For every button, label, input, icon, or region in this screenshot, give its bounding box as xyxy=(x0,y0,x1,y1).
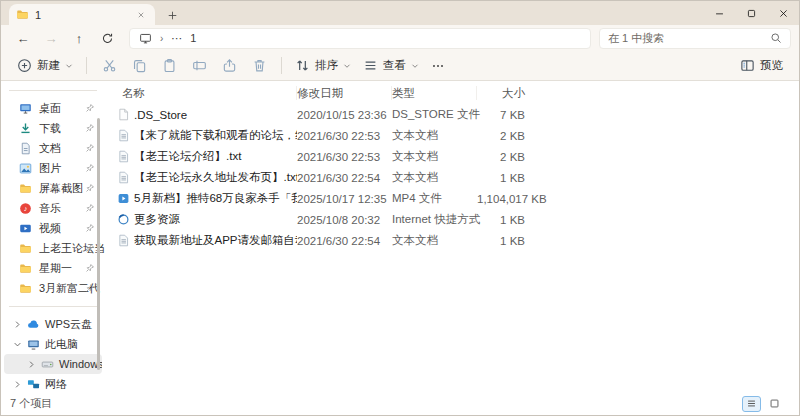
sidebar-pinned-list: 桌面 下载 文档 图片 屏幕截图 音乐 视频 上老王论坛当 星期一 3月新富二代 xyxy=(1,98,105,298)
more-button[interactable] xyxy=(425,54,451,78)
file-name: .DS_Store xyxy=(134,109,297,121)
file-row[interactable]: 【来了就能下载和观看的论坛，纯免费！】.txt 2021/6/30 22:53 … xyxy=(105,125,799,146)
chevron-icon[interactable] xyxy=(13,340,22,349)
sidebar-pinned-item[interactable]: 下载 xyxy=(1,118,105,138)
delete-icon xyxy=(252,58,267,73)
cut-button[interactable] xyxy=(94,54,124,78)
column-header-date[interactable]: 修改日期 xyxy=(297,86,392,100)
status-bar: 7 个项目 xyxy=(1,392,799,415)
file-size: 2 KB xyxy=(477,151,525,163)
delete-button[interactable] xyxy=(244,54,274,78)
column-header-type[interactable]: 类型 xyxy=(392,86,477,100)
sidebar-pinned-item[interactable]: 桌面 xyxy=(1,98,105,118)
file-date: 2021/6/30 22:54 xyxy=(297,172,392,184)
file-icon xyxy=(117,107,134,122)
close-button[interactable] xyxy=(767,1,799,25)
list-view-icon xyxy=(746,398,757,409)
sidebar-pinned-item[interactable]: 音乐 xyxy=(1,198,105,218)
search-input[interactable] xyxy=(608,32,770,44)
sidebar-pinned-item[interactable]: 文档 xyxy=(1,138,105,158)
sidebar-scrollbar[interactable] xyxy=(97,118,100,370)
pin-icon xyxy=(85,203,95,213)
up-button[interactable]: ↑ xyxy=(65,27,93,49)
file-size: 1 KB xyxy=(477,214,525,226)
sidebar-item-icon xyxy=(19,142,32,155)
chevron-icon[interactable] xyxy=(13,320,22,329)
sidebar-item-icon xyxy=(19,122,32,135)
column-header-name[interactable]: 名称 xyxy=(122,86,297,100)
file-type: 文本文档 xyxy=(392,149,477,164)
sidebar-tree-item[interactable]: WPS云盘 xyxy=(4,314,102,334)
sidebar-item-label: 上老王论坛当 xyxy=(39,241,105,256)
file-row[interactable]: 更多资源 2025/10/8 20:32 Internet 快捷方式 1 KB xyxy=(105,209,799,230)
file-row[interactable]: 获取最新地址及APP请发邮箱自动获取.txt 2021/6/30 22:54 文… xyxy=(105,230,799,251)
sidebar-pinned-item[interactable]: 屏幕截图 xyxy=(1,178,105,198)
copy-button[interactable] xyxy=(124,54,154,78)
tab-close-icon[interactable] xyxy=(134,8,148,22)
sidebar-pinned-item[interactable]: 图片 xyxy=(1,158,105,178)
tab[interactable]: 1 xyxy=(9,4,155,25)
refresh-button[interactable] xyxy=(93,27,121,49)
chevron-icon[interactable] xyxy=(13,380,22,389)
file-icon xyxy=(117,149,134,164)
new-tab-button[interactable] xyxy=(161,5,183,25)
pin-icon xyxy=(85,263,95,273)
sidebar-separator xyxy=(9,90,97,91)
minimize-icon xyxy=(714,8,725,19)
new-button[interactable]: 新建 xyxy=(11,54,79,78)
pin-icon xyxy=(85,123,95,133)
file-row[interactable]: 【老王论坛永久地址发布页】.txt 2021/6/30 22:54 文本文档 1… xyxy=(105,167,799,188)
sidebar-item-label: WPS云盘 xyxy=(45,317,92,332)
file-row[interactable]: 【老王论坛介绍】.txt 2021/6/30 22:53 文本文档 2 KB xyxy=(105,146,799,167)
file-size: 1,104,017 KB xyxy=(477,193,525,205)
sidebar-pinned-item[interactable]: 3月新富二代 xyxy=(1,278,105,298)
thumbnail-view-toggle[interactable] xyxy=(765,396,784,412)
sidebar-item-icon xyxy=(19,162,32,175)
file-row[interactable]: .DS_Store 2020/10/15 23:36 DS_STORE 文件 7… xyxy=(105,104,799,125)
sidebar-pinned-item[interactable]: 上老王论坛当 xyxy=(1,238,105,258)
breadcrumb-collapsed[interactable]: ⋯ xyxy=(171,32,182,45)
chevron-icon[interactable] xyxy=(27,360,36,369)
column-header-size[interactable]: 大小 xyxy=(477,86,525,100)
share-button[interactable] xyxy=(214,54,244,78)
sort-button[interactable]: 排序 xyxy=(289,54,357,78)
search-box[interactable] xyxy=(599,28,791,49)
forward-button[interactable]: → xyxy=(37,27,65,49)
sidebar-tree-item[interactable]: 网络 xyxy=(4,374,102,394)
back-button[interactable]: ← xyxy=(9,27,37,49)
file-size: 1 KB xyxy=(477,235,525,247)
maximize-button[interactable] xyxy=(735,1,767,25)
rename-button[interactable] xyxy=(184,54,214,78)
preview-label: 预览 xyxy=(760,58,783,73)
paste-icon xyxy=(162,58,177,73)
list-view-toggle[interactable] xyxy=(742,396,761,412)
sidebar-pinned-item[interactable]: 星期一 xyxy=(1,258,105,278)
file-name: 5月新档】推特68万良家杀手「我的脸好长」母... xyxy=(134,191,297,206)
file-type: DS_STORE 文件 xyxy=(392,107,477,122)
file-type: 文本文档 xyxy=(392,128,477,143)
new-label: 新建 xyxy=(37,58,60,73)
sidebar-item-icon xyxy=(19,262,32,275)
file-date: 2021/6/30 22:53 xyxy=(297,151,392,163)
maximize-icon xyxy=(746,8,757,19)
paste-button[interactable] xyxy=(154,54,184,78)
minimize-button[interactable] xyxy=(703,1,735,25)
sidebar-tree-item[interactable]: Windows-SSD xyxy=(4,354,102,374)
address-bar[interactable]: › ⋯ 1 xyxy=(129,28,591,49)
sidebar-tree-item[interactable]: 此电脑 xyxy=(4,334,102,354)
view-label: 查看 xyxy=(383,58,406,73)
file-row[interactable]: 5月新档】推特68万良家杀手「我的脸好长」母... 2025/10/17 12:… xyxy=(105,188,799,209)
view-toggles xyxy=(742,396,784,412)
toolbar: 新建 排序 查看 预览 xyxy=(1,51,799,81)
preview-button[interactable]: 预览 xyxy=(734,54,789,78)
file-list: .DS_Store 2020/10/15 23:36 DS_STORE 文件 7… xyxy=(105,104,799,251)
file-date: 2021/6/30 22:53 xyxy=(297,130,392,142)
view-button[interactable]: 查看 xyxy=(357,54,425,78)
sidebar-item-label: 网络 xyxy=(45,377,67,392)
sidebar-item-icon xyxy=(19,182,32,195)
copy-icon xyxy=(132,58,147,73)
file-name: 【来了就能下载和观看的论坛，纯免费！】.txt xyxy=(134,128,297,143)
sidebar-pinned-item[interactable]: 视频 xyxy=(1,218,105,238)
sidebar-item-label: 屏幕截图 xyxy=(39,181,83,196)
breadcrumb-current[interactable]: 1 xyxy=(190,32,196,44)
